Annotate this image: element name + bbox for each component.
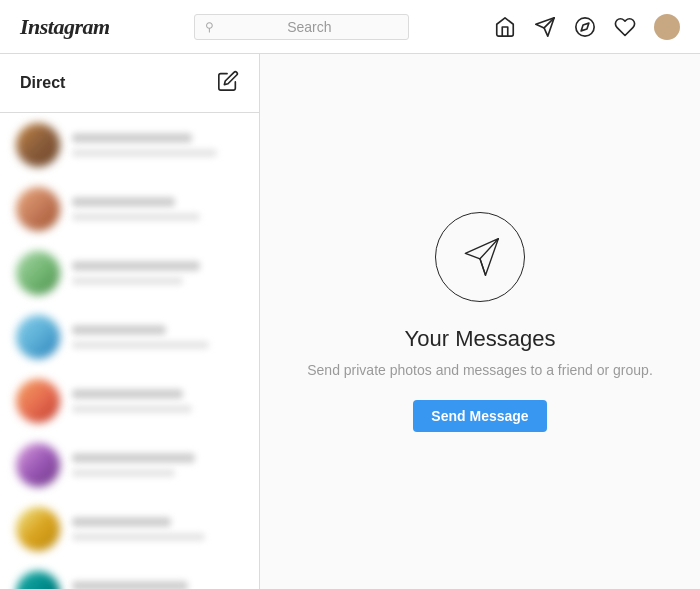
message-info	[72, 261, 243, 285]
message-name	[72, 261, 200, 271]
svg-marker-3	[581, 23, 589, 31]
message-name	[72, 581, 188, 589]
heart-icon[interactable]	[614, 16, 636, 38]
message-item[interactable]	[0, 305, 259, 369]
message-name	[72, 517, 171, 527]
home-icon[interactable]	[494, 16, 516, 38]
message-preview	[72, 149, 217, 157]
message-avatar	[16, 507, 60, 551]
message-avatar	[16, 315, 60, 359]
message-item[interactable]	[0, 433, 259, 497]
search-input[interactable]	[220, 19, 398, 35]
message-info	[72, 133, 243, 157]
message-preview	[72, 213, 200, 221]
message-info	[72, 197, 243, 221]
sidebar-title: Direct	[20, 74, 65, 92]
paper-plane-icon	[458, 235, 502, 279]
search-icon: ⚲	[205, 20, 214, 34]
svg-line-5	[480, 258, 486, 275]
top-nav: Instagram ⚲	[0, 0, 700, 54]
instagram-logo: Instagram	[20, 14, 110, 40]
message-name	[72, 197, 175, 207]
your-messages-title: Your Messages	[405, 326, 556, 352]
nav-icons	[494, 14, 680, 40]
message-item[interactable]	[0, 497, 259, 561]
message-avatar	[16, 443, 60, 487]
message-preview	[72, 277, 183, 285]
message-item[interactable]	[0, 177, 259, 241]
message-avatar	[16, 251, 60, 295]
direct-icon[interactable]	[534, 16, 556, 38]
explore-icon[interactable]	[574, 16, 596, 38]
message-name	[72, 325, 166, 335]
message-info	[72, 453, 243, 477]
message-info	[72, 517, 243, 541]
message-item[interactable]	[0, 369, 259, 433]
message-info	[72, 581, 243, 589]
search-bar[interactable]: ⚲	[194, 14, 409, 40]
message-info	[72, 325, 243, 349]
message-preview	[72, 405, 192, 413]
sidebar: Direct	[0, 54, 260, 589]
right-panel: Your Messages Send private photos and me…	[260, 54, 700, 589]
svg-point-2	[576, 17, 594, 35]
send-message-button[interactable]: Send Message	[413, 400, 546, 432]
message-avatar	[16, 379, 60, 423]
message-preview	[72, 469, 175, 477]
message-name	[72, 133, 192, 143]
main-content: Direct Your Messages Send private photos…	[0, 54, 700, 589]
message-item[interactable]	[0, 561, 259, 589]
message-name	[72, 453, 195, 463]
sidebar-header: Direct	[0, 54, 259, 113]
svg-marker-4	[465, 238, 498, 258]
message-name	[72, 389, 183, 399]
message-avatar	[16, 123, 60, 167]
compose-icon[interactable]	[217, 70, 239, 96]
message-preview	[72, 533, 205, 541]
your-messages-subtitle: Send private photos and messages to a fr…	[307, 362, 653, 378]
messages-icon-circle	[435, 212, 525, 302]
message-preview	[72, 341, 209, 349]
message-avatar	[16, 187, 60, 231]
message-avatar	[16, 571, 60, 589]
message-info	[72, 389, 243, 413]
message-item[interactable]	[0, 113, 259, 177]
messages-list	[0, 113, 259, 589]
message-item[interactable]	[0, 241, 259, 305]
avatar[interactable]	[654, 14, 680, 40]
